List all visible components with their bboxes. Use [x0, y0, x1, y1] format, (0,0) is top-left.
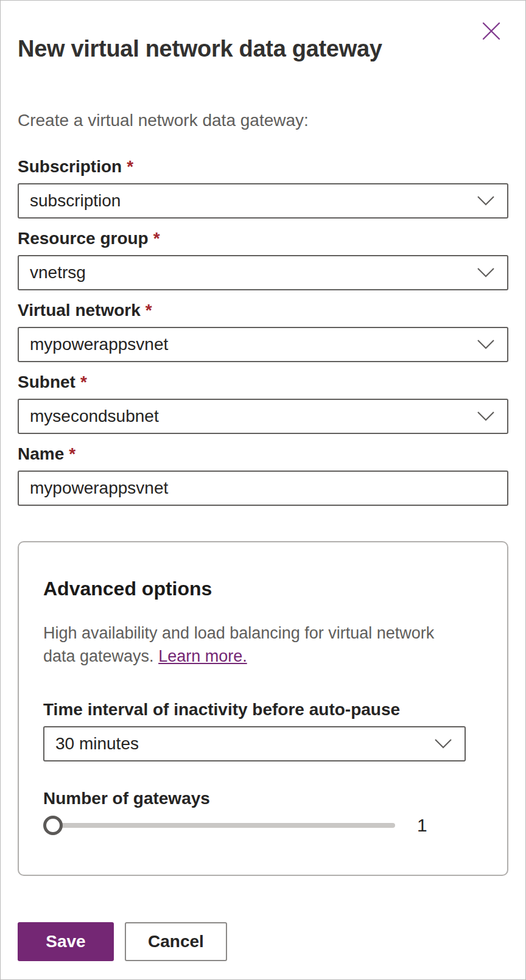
virtual-network-dropdown[interactable]: mypowerappsvnet	[18, 327, 508, 362]
save-button[interactable]: Save	[18, 922, 114, 961]
chevron-down-icon	[477, 411, 495, 422]
slider-track[interactable]	[52, 823, 395, 828]
learn-more-link[interactable]: Learn more.	[158, 647, 247, 665]
slider-thumb[interactable]	[43, 816, 63, 835]
chevron-down-icon	[477, 195, 495, 206]
autopause-value: 30 minutes	[55, 734, 139, 754]
resource-group-value: vnetrsg	[30, 263, 86, 282]
subnet-dropdown[interactable]: mysecondsubnet	[18, 399, 508, 434]
resource-group-label: Resource group*	[18, 228, 508, 249]
field-group-virtual-network: Virtual network* mypowerappsvnet	[18, 300, 508, 362]
required-marker: *	[127, 157, 133, 176]
cancel-button[interactable]: Cancel	[125, 922, 227, 961]
virtual-network-value: mypowerappsvnet	[30, 335, 168, 354]
subscription-value: subscription	[30, 191, 121, 211]
close-button[interactable]	[479, 19, 503, 43]
dialog-actions: Save Cancel	[18, 922, 508, 961]
subscription-dropdown[interactable]: subscription	[18, 183, 508, 219]
field-group-name: Name*	[18, 444, 508, 506]
gateway-count-value: 1	[417, 815, 427, 836]
close-icon	[482, 21, 501, 41]
advanced-options-card: Advanced options High availability and l…	[18, 541, 508, 876]
description-line1: High availability and load balancing for…	[43, 624, 434, 642]
field-group-subscription: Subscription* subscription	[18, 156, 508, 219]
advanced-options-heading: Advanced options	[43, 576, 483, 601]
gateways-label: Number of gateways	[43, 788, 483, 809]
required-marker: *	[69, 444, 75, 463]
field-group-resource-group: Resource group* vnetrsg	[18, 228, 508, 290]
autopause-dropdown[interactable]: 30 minutes	[43, 726, 466, 761]
required-marker: *	[146, 301, 152, 320]
chevron-down-icon	[477, 339, 495, 350]
subnet-label: Subnet*	[18, 372, 508, 393]
gateway-form: Subscription* subscription Resource grou…	[18, 156, 508, 506]
resource-group-dropdown[interactable]: vnetrsg	[18, 255, 508, 290]
page-title: New virtual network data gateway	[18, 33, 508, 64]
gateways-slider-row: 1	[43, 815, 483, 836]
subscription-label: Subscription*	[18, 156, 508, 177]
advanced-options-description: High availability and load balancing for…	[43, 621, 483, 668]
new-vnet-gateway-dialog: New virtual network data gateway Create …	[0, 0, 526, 980]
required-marker: *	[153, 229, 160, 248]
name-label: Name*	[18, 444, 508, 464]
chevron-down-icon	[434, 738, 452, 749]
autopause-label: Time interval of inactivity before auto-…	[43, 699, 483, 720]
field-group-subnet: Subnet* mysecondsubnet	[18, 372, 508, 434]
gateway-count-slider[interactable]	[43, 815, 395, 836]
description-line2: data gateways.	[43, 647, 158, 665]
subnet-value: mysecondsubnet	[30, 407, 159, 426]
virtual-network-label: Virtual network*	[18, 300, 508, 321]
chevron-down-icon	[477, 267, 495, 278]
dialog-subtitle: Create a virtual network data gateway:	[18, 110, 508, 131]
required-marker: *	[80, 373, 87, 391]
name-input[interactable]	[18, 471, 508, 506]
